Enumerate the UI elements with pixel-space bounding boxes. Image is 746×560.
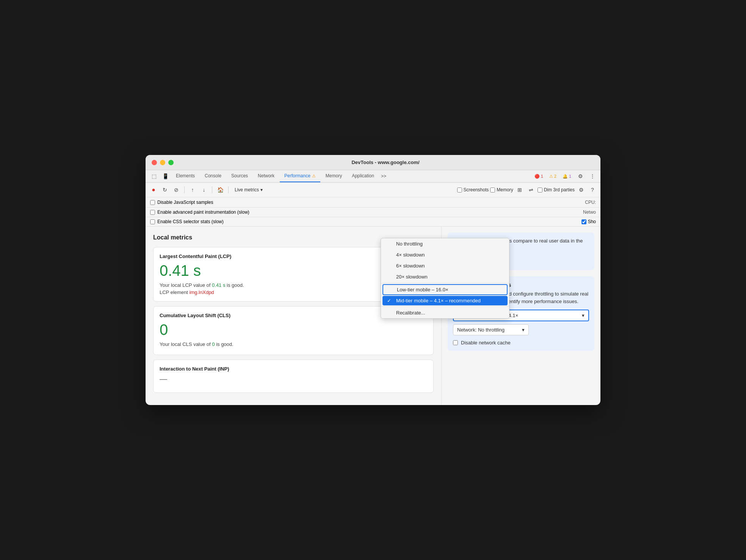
tab-elements[interactable]: Elements bbox=[171, 170, 199, 182]
record-button[interactable]: ● bbox=[149, 185, 158, 195]
window-title: DevTools - www.google.com/ bbox=[177, 160, 594, 165]
dropdown-arrow-icon: ▾ bbox=[260, 187, 263, 192]
dropdown-item-mid-tier[interactable]: ✓ Mid-tier mobile – 4.1× – recommended bbox=[382, 296, 508, 305]
upload-icon[interactable]: ↑ bbox=[188, 185, 197, 195]
device-toolbar-icon[interactable]: 📱 bbox=[160, 171, 171, 181]
home-icon[interactable]: 🏠 bbox=[215, 185, 225, 195]
more-options-icon[interactable]: ⋮ bbox=[588, 171, 597, 181]
tab-console[interactable]: Console bbox=[200, 170, 226, 182]
show-checkbox[interactable] bbox=[581, 219, 586, 224]
options-bar: Disable JavaScript samples CPU: bbox=[146, 197, 600, 208]
tabs-bar: ⬚ 📱 Elements Console Sources Network Per… bbox=[146, 170, 600, 183]
titlebar: DevTools - www.google.com/ bbox=[146, 155, 600, 170]
cpu-dropdown-overlay: No throttling 4× slowdown 6× slowdown 20… bbox=[381, 238, 509, 319]
more-tabs-icon[interactable]: >> bbox=[379, 171, 388, 182]
settings-icon[interactable]: ⚙ bbox=[575, 171, 585, 181]
performance-toolbar: ● ↻ ⊘ ↑ ↓ 🏠 Live metrics ▾ Screenshots M… bbox=[146, 183, 600, 197]
error-badge[interactable]: 🔴 1 bbox=[533, 173, 545, 180]
memory-checkbox[interactable]: Memory bbox=[490, 187, 513, 192]
enable-paint-option[interactable]: Enable advanced paint instrumentation (s… bbox=[150, 210, 249, 215]
close-button[interactable] bbox=[152, 160, 157, 165]
dropdown-item-20x[interactable]: 20× slowdown bbox=[381, 271, 509, 282]
info-badge[interactable]: 🔔 1 bbox=[561, 173, 573, 180]
toolbar-separator-1 bbox=[184, 186, 185, 193]
tab-sources[interactable]: Sources bbox=[227, 170, 252, 182]
warning-icon: ⚠ bbox=[549, 174, 553, 179]
network-dropdown-arrow-icon: ▾ bbox=[522, 327, 525, 333]
enable-paint-checkbox[interactable] bbox=[150, 210, 155, 215]
inp-value: — bbox=[160, 375, 427, 383]
cls-desc: Your local CLS value of 0 is good. bbox=[160, 341, 427, 347]
devtools-window: DevTools - www.google.com/ ⬚ 📱 Elements … bbox=[146, 155, 600, 405]
throttle-icon[interactable]: ⇌ bbox=[526, 185, 536, 195]
enable-css-option[interactable]: Enable CSS selector stats (slow) bbox=[150, 219, 224, 224]
disable-cache-row: Disable network cache bbox=[453, 340, 589, 346]
performance-warning-icon: ⚠ bbox=[312, 174, 316, 178]
dropdown-separator bbox=[381, 283, 509, 283]
toolbar-separator-3 bbox=[228, 186, 229, 193]
live-metrics-dropdown[interactable]: Live metrics ▾ bbox=[232, 186, 266, 194]
gear-icon[interactable]: ⚙ bbox=[576, 185, 586, 195]
disable-cache-label: Disable network cache bbox=[461, 340, 511, 346]
cpu-dropdown-arrow-icon: ▾ bbox=[582, 313, 585, 318]
network-conditions-icon[interactable]: ⊞ bbox=[515, 185, 525, 195]
disable-js-option[interactable]: Disable JavaScript samples bbox=[150, 200, 213, 205]
clear-button[interactable]: ⊘ bbox=[171, 185, 181, 195]
inp-title: Interaction to Next Paint (INP) bbox=[160, 366, 427, 372]
network-throttle-select[interactable]: Network: No throttling ▾ bbox=[453, 324, 529, 335]
tab-application[interactable]: Application bbox=[347, 170, 379, 182]
cls-value: 0 bbox=[160, 321, 427, 338]
download-icon[interactable]: ↓ bbox=[199, 185, 209, 195]
enable-css-checkbox[interactable] bbox=[150, 219, 155, 224]
dropdown-item-no-throttling[interactable]: No throttling bbox=[381, 238, 509, 249]
reload-button[interactable]: ↻ bbox=[160, 185, 170, 195]
dropdown-item-6x[interactable]: 6× slowdown bbox=[381, 260, 509, 271]
help-icon[interactable]: ? bbox=[588, 185, 597, 195]
minimize-button[interactable] bbox=[160, 160, 165, 165]
dropdown-separator-2 bbox=[381, 306, 509, 307]
dropdown-item-low-tier[interactable]: Low-tier mobile – 16.0× bbox=[382, 284, 508, 295]
maximize-button[interactable] bbox=[168, 160, 174, 165]
element-picker-icon[interactable]: ⬚ bbox=[149, 171, 159, 181]
tab-memory[interactable]: Memory bbox=[321, 170, 346, 182]
options-bar-row2: Enable advanced paint instrumentation (s… bbox=[146, 208, 600, 217]
disable-cache-checkbox[interactable] bbox=[453, 340, 458, 345]
toolbar-separator-2 bbox=[212, 186, 212, 193]
main-content: Local metrics Largest Contentful Paint (… bbox=[146, 227, 600, 405]
dropdown-item-4x[interactable]: 4× slowdown bbox=[381, 249, 509, 260]
screenshots-checkbox[interactable]: Screenshots bbox=[457, 187, 489, 192]
info-icon: 🔔 bbox=[563, 174, 568, 179]
dim-3rd-parties-checkbox[interactable]: Dim 3rd parties bbox=[538, 187, 575, 192]
tab-network[interactable]: Network bbox=[253, 170, 279, 182]
error-icon: 🔴 bbox=[534, 174, 540, 179]
warning-badge[interactable]: ⚠ 2 bbox=[547, 173, 558, 180]
tab-performance[interactable]: Performance ⚠ bbox=[280, 170, 320, 182]
tabs-right-badges: 🔴 1 ⚠ 2 🔔 1 ⚙ ⋮ bbox=[533, 171, 597, 181]
disable-js-checkbox[interactable] bbox=[150, 200, 155, 205]
dropdown-item-recalibrate[interactable]: Recalibrate... bbox=[381, 307, 509, 318]
inp-card: Interaction to Next Paint (INP) — bbox=[153, 360, 434, 393]
options-bar-row3: Enable CSS selector stats (slow) Sho bbox=[146, 217, 600, 227]
